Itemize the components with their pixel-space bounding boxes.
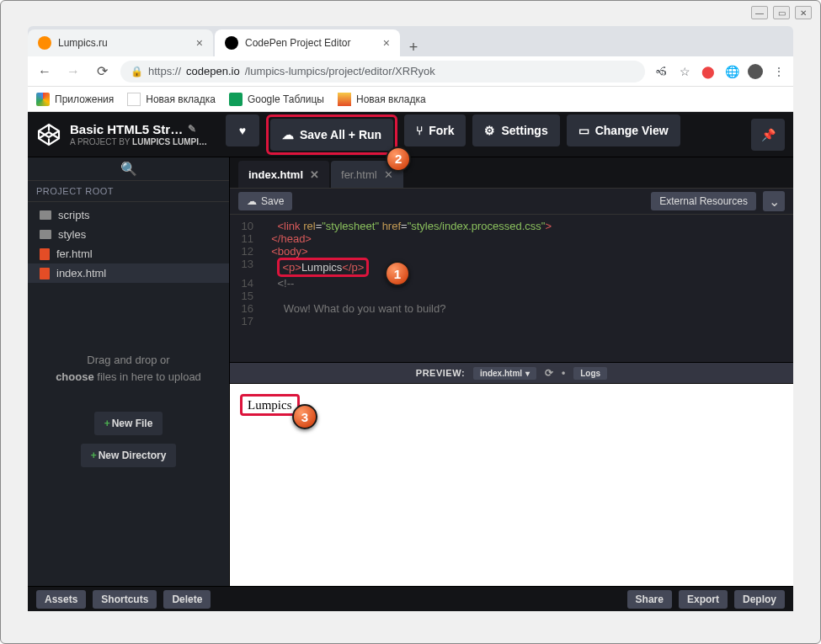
- app-footer: Assets Shortcuts Delete Share Export Dep…: [28, 586, 793, 611]
- editor-toolbar: ☁Save External Resources ⌄: [230, 188, 793, 215]
- window-maximize-button[interactable]: ▭: [773, 6, 790, 19]
- preview-file-select[interactable]: index.html ▾: [473, 367, 536, 380]
- button-label: Save All + Run: [300, 128, 381, 141]
- sidebar-search[interactable]: 🔍: [28, 157, 229, 181]
- pin-button[interactable]: 📌: [751, 119, 785, 151]
- annotation-highlight: <p>Lumpics</p>: [277, 258, 369, 277]
- button-label: Fork: [429, 124, 454, 137]
- logs-button[interactable]: Logs: [573, 367, 607, 380]
- editor-area: index.html✕ fer.html✕ ☁Save External Res…: [230, 157, 793, 586]
- back-button[interactable]: ←: [35, 61, 55, 82]
- save-button[interactable]: ☁Save: [238, 192, 292, 210]
- sidebar-item-styles[interactable]: styles: [28, 225, 229, 244]
- upload-dropzone[interactable]: Drag and drop or choose files in here to…: [28, 337, 229, 400]
- codepen-app: Basic HTML5 Str… ✎ A PROJECT BY Lumpics …: [28, 112, 793, 611]
- heart-icon: ♥: [239, 124, 246, 137]
- project-root-label: PROJECT ROOT: [28, 181, 229, 202]
- chevron-down-icon: ▾: [525, 369, 530, 378]
- assets-button[interactable]: Assets: [36, 590, 86, 609]
- upload-choose: choose: [56, 370, 94, 383]
- codepen-logo-icon: [36, 122, 61, 147]
- export-button[interactable]: Export: [679, 590, 728, 609]
- project-subtitle: A PROJECT BY Lumpics Lumpi…: [70, 137, 207, 147]
- window-minimize-button[interactable]: —: [751, 6, 768, 19]
- button-label: New File: [112, 418, 153, 429]
- external-resources-button[interactable]: External Resources: [651, 192, 756, 210]
- bookmark-sheets[interactable]: Google Таблицы: [229, 93, 324, 106]
- chevron-down-icon[interactable]: ⌄: [763, 191, 785, 211]
- pencil-icon[interactable]: ✎: [188, 123, 196, 135]
- button-label: Settings: [501, 124, 547, 137]
- pin-icon: 📌: [761, 128, 776, 141]
- delete-button[interactable]: Delete: [163, 590, 211, 609]
- annotation-badge-2: 2: [386, 146, 411, 172]
- reload-button[interactable]: ⟳: [92, 61, 112, 82]
- shortcuts-button[interactable]: Shortcuts: [93, 590, 157, 609]
- button-label: Change View: [595, 124, 669, 137]
- preview-bar: PREVIEW: index.html ▾ ⟳ • Logs: [230, 362, 793, 384]
- change-view-button[interactable]: ▭ Change View: [567, 114, 680, 146]
- settings-button[interactable]: ⚙ Settings: [472, 114, 559, 146]
- address-input[interactable]: 🔒 https://codepen.io/lumpics-lumpics/pro…: [120, 61, 645, 82]
- annotation-highlight: Lumpics: [240, 394, 300, 416]
- file-label: index.html: [56, 267, 106, 279]
- new-file-button[interactable]: +New File: [94, 412, 163, 435]
- url-bar: ← → ⟳ 🔒 https://codepen.io/lumpics-lumpi…: [28, 56, 793, 87]
- editor-tab-index[interactable]: index.html✕: [238, 161, 329, 188]
- annotation-badge-1: 1: [385, 261, 410, 286]
- favicon-codepen: [225, 36, 238, 50]
- file-tree: scripts styles fer.html index.html: [28, 202, 229, 286]
- refresh-icon[interactable]: ⟳: [545, 367, 553, 379]
- bookmark-item[interactable]: Новая вкладка: [127, 93, 216, 106]
- sidebar: 🔍 PROJECT ROOT scripts styles fer.html i…: [28, 157, 230, 586]
- window-frame: — ▭ ✕ Lumpics.ru × CodePen Project Edito…: [0, 0, 821, 644]
- opera-icon[interactable]: ⬤: [701, 64, 716, 79]
- search-icon: 🔍: [120, 161, 137, 177]
- preview-pane: Lumpics 3: [230, 384, 793, 586]
- menu-icon[interactable]: ⋮: [771, 64, 786, 79]
- sidebar-item-fer-html[interactable]: fer.html: [28, 244, 229, 263]
- fork-button[interactable]: ⑂ Fork: [404, 114, 466, 146]
- share-button[interactable]: Share: [627, 590, 672, 609]
- button-label: Save: [261, 195, 284, 207]
- star-icon[interactable]: ☆: [677, 64, 692, 79]
- upload-text: Drag and drop or: [87, 354, 169, 366]
- url-host: codepen.io: [186, 65, 240, 77]
- bookmark-label: Приложения: [55, 93, 114, 105]
- file-label: scripts: [58, 209, 90, 221]
- save-all-run-button[interactable]: ☁ Save All + Run: [270, 119, 393, 151]
- page-icon: [127, 93, 141, 106]
- tab-label: fer.html: [341, 168, 377, 181]
- project-title: Basic HTML5 Str… ✎: [70, 122, 207, 137]
- close-icon[interactable]: ×: [383, 36, 390, 50]
- code-editor[interactable]: 10 <link rel="stylesheet" href="styles/i…: [230, 215, 793, 362]
- deploy-button[interactable]: Deploy: [734, 590, 785, 609]
- close-icon[interactable]: ×: [196, 36, 203, 50]
- preview-output-text: Lumpics: [248, 398, 292, 412]
- new-directory-button[interactable]: +New Directory: [81, 444, 177, 467]
- window-close-button[interactable]: ✕: [795, 6, 812, 19]
- folder-icon: [40, 210, 51, 220]
- forward-button[interactable]: →: [63, 61, 83, 82]
- heart-button[interactable]: ♥: [226, 114, 259, 146]
- close-icon[interactable]: ✕: [310, 168, 319, 181]
- browser-tab-lumpics[interactable]: Lumpics.ru ×: [28, 29, 213, 56]
- bookmarks-bar: Приложения Новая вкладка Google Таблицы …: [28, 87, 793, 112]
- browser-tab-codepen[interactable]: CodePen Project Editor ×: [215, 29, 400, 56]
- translate-icon[interactable]: 🙜: [653, 64, 669, 79]
- fork-icon: ⑂: [416, 124, 423, 137]
- browser-tabs-row: Lumpics.ru × CodePen Project Editor × +: [28, 26, 793, 56]
- bookmark-label: Google Таблицы: [248, 93, 324, 105]
- globe-icon[interactable]: 🌐: [724, 64, 739, 79]
- folder-icon: [40, 230, 51, 239]
- page-icon: [338, 93, 351, 106]
- bookmark-item[interactable]: Новая вкладка: [338, 93, 426, 106]
- favicon-lumpics: [38, 36, 51, 50]
- sidebar-item-scripts[interactable]: scripts: [28, 205, 229, 225]
- bookmark-apps[interactable]: Приложения: [36, 93, 114, 106]
- avatar[interactable]: [748, 64, 763, 79]
- new-tab-button[interactable]: +: [402, 39, 425, 56]
- url-protocol: https://: [148, 65, 181, 77]
- html-icon: [40, 248, 50, 260]
- sidebar-item-index-html[interactable]: index.html: [28, 263, 229, 283]
